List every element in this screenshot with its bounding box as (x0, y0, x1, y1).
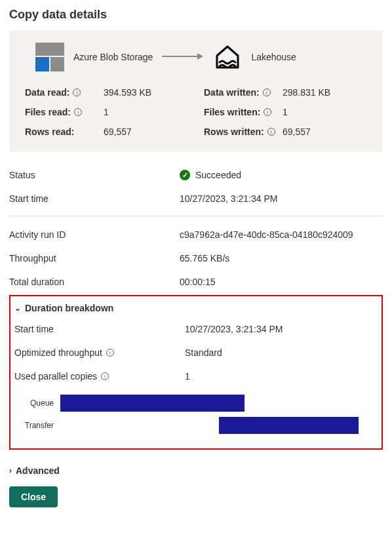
info-icon[interactable]: i (263, 88, 271, 96)
stat-rows-written: Rows written:i 69,557 (204, 127, 367, 137)
close-button[interactable]: Close (9, 486, 58, 507)
kv-value: 1 (185, 371, 190, 382)
svg-rect-1 (35, 57, 49, 71)
stat-value: 69,557 (104, 127, 132, 137)
azure-blob-icon (35, 43, 64, 71)
stat-value: 298.831 KB (283, 87, 330, 98)
chevron-down-icon: ⌄ (14, 303, 21, 313)
gantt-label: Transfer (21, 421, 60, 430)
gantt-track (60, 395, 378, 412)
gantt-track (60, 417, 378, 434)
sink-label: Lakehouse (251, 52, 296, 62)
stat-label: Files written: (204, 107, 260, 117)
kv-value: 10/27/2023, 3:21:34 PM (185, 324, 283, 334)
row-bd-parallel-copies: Used parallel copies i 1 (14, 364, 378, 388)
info-icon[interactable]: i (101, 372, 109, 380)
info-icon[interactable]: i (267, 128, 275, 136)
stat-label: Files read: (25, 107, 71, 117)
lakehouse-icon (213, 43, 242, 71)
kv-label: Optimized throughput (14, 347, 102, 358)
row-bd-opt-throughput: Optimized throughput i Standard (14, 341, 378, 364)
arrow-icon (162, 52, 204, 62)
kv-label: Start time (14, 324, 185, 334)
stat-label: Rows written: (204, 127, 264, 137)
stat-files-read: Files read:i 1 (25, 107, 188, 117)
info-icon[interactable]: i (73, 88, 81, 96)
info-icon[interactable]: i (106, 349, 114, 357)
kv-label: Status (9, 170, 180, 180)
stat-data-read: Data read:i 394.593 KB (25, 87, 188, 98)
kv-label: Activity run ID (9, 229, 180, 240)
stat-label: Data written: (204, 87, 260, 98)
source-label: Azure Blob Storage (73, 52, 153, 62)
stat-rows-read: Rows read: 69,557 (25, 127, 188, 137)
stat-data-written: Data written:i 298.831 KB (204, 87, 367, 98)
chevron-right-icon: › (9, 466, 12, 475)
info-icon[interactable]: i (74, 108, 82, 116)
kv-label: Throughput (9, 253, 180, 264)
svg-rect-2 (50, 57, 64, 71)
kv-label: Used parallel copies (14, 371, 97, 382)
source-sink-flow: Azure Blob Storage Lakehouse (25, 43, 367, 71)
divider (9, 216, 383, 216)
section-title: Duration breakdown (25, 303, 113, 313)
gantt-bar-transfer (219, 417, 359, 434)
kv-value: 10/27/2023, 3:21:34 PM (180, 193, 277, 204)
duration-breakdown-section: ⌄ Duration breakdown Start time 10/27/20… (9, 295, 383, 450)
gantt-row-queue: Queue (21, 395, 378, 412)
stat-value: 1 (104, 107, 109, 117)
gantt-label: Queue (21, 399, 60, 408)
kv-label: Total duration (9, 277, 180, 287)
stats-grid: Data read:i 394.593 KB Data written:i 29… (25, 87, 367, 137)
row-bd-start-time: Start time 10/27/2023, 3:21:34 PM (14, 317, 378, 341)
kv-value: c9a7962a-d47e-40dc-85ca-04180c924009 (180, 229, 353, 240)
duration-breakdown-toggle[interactable]: ⌄ Duration breakdown (14, 299, 378, 317)
section-title: Advanced (16, 465, 60, 476)
advanced-toggle[interactable]: › Advanced (9, 461, 383, 480)
row-total-duration: Total duration 00:00:15 (9, 270, 383, 294)
page-title: Copy data details (9, 8, 383, 22)
stat-files-written: Files written:i 1 (204, 107, 367, 117)
stat-label: Rows read: (25, 127, 74, 137)
kv-label: Start time (9, 193, 180, 204)
kv-value: Succeeded (195, 170, 241, 180)
row-status: Status ✓ Succeeded (9, 163, 383, 187)
row-throughput: Throughput 65.765 KB/s (9, 246, 383, 270)
kv-value: Standard (185, 347, 222, 358)
gantt-row-transfer: Transfer (21, 417, 378, 434)
duration-gantt: Queue Transfer (21, 395, 378, 434)
stat-value: 394.593 KB (104, 87, 151, 98)
stat-label: Data read: (25, 87, 69, 98)
row-run-id: Activity run ID c9a7962a-d47e-40dc-85ca-… (9, 223, 383, 246)
summary-card: Azure Blob Storage Lakehouse Data read:i… (9, 31, 383, 151)
kv-value: 65.765 KB/s (180, 253, 229, 264)
gantt-bar-queue (60, 395, 245, 412)
kv-value: 00:00:15 (180, 277, 216, 287)
stat-value: 69,557 (283, 127, 311, 137)
info-icon[interactable]: i (264, 108, 271, 116)
stat-value: 1 (283, 107, 288, 117)
svg-rect-0 (35, 43, 64, 56)
success-icon: ✓ (180, 170, 190, 180)
row-start-time: Start time 10/27/2023, 3:21:34 PM (9, 187, 383, 210)
